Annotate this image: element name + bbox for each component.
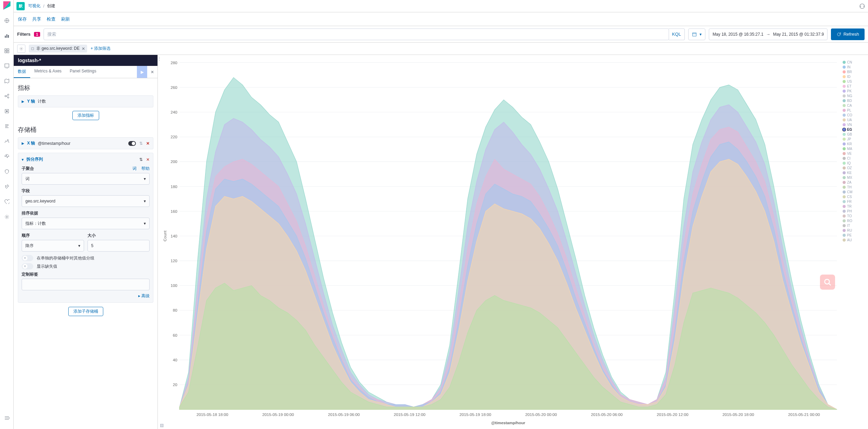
bucket-x-axis-row[interactable]: ▶ X 轴 @timestamp/hour ⇅ ✕ xyxy=(18,137,153,149)
legend-item[interactable]: UA xyxy=(843,118,861,122)
nav-uptime-icon[interactable] xyxy=(1,151,12,162)
nav-monitoring-icon[interactable] xyxy=(1,196,12,207)
nav-ml-icon[interactable] xyxy=(1,91,12,102)
legend-item[interactable]: BD xyxy=(843,99,861,103)
legend-item[interactable]: KR xyxy=(843,142,861,146)
menu-share[interactable]: 共享 xyxy=(32,16,41,22)
drag-handle-icon[interactable]: ⇅ xyxy=(139,157,143,162)
refresh-button[interactable]: Refresh xyxy=(831,28,865,40)
order-select[interactable]: 降序▾ xyxy=(22,240,84,252)
kibana-logo-icon[interactable] xyxy=(2,1,12,10)
legend-item[interactable]: JP xyxy=(843,137,861,141)
legend-item[interactable]: RU xyxy=(843,229,861,232)
space-chip[interactable]: 默 xyxy=(16,2,25,10)
legend-item[interactable]: PL xyxy=(843,108,861,112)
nav-visualize-icon[interactable] xyxy=(1,30,12,41)
legend-item[interactable]: TH xyxy=(843,185,861,189)
caret-down-icon[interactable]: ▾ xyxy=(22,157,24,162)
nav-collapse-icon[interactable] xyxy=(1,413,12,424)
legend-item[interactable]: PE xyxy=(843,233,861,237)
help-link[interactable]: 帮助 xyxy=(141,166,150,172)
legend-item[interactable]: MX xyxy=(843,176,861,179)
delete-bucket-icon[interactable]: ✕ xyxy=(146,157,150,162)
nav-logs-icon[interactable] xyxy=(1,121,12,132)
advanced-link[interactable]: ▸ 高级 xyxy=(22,293,150,299)
bucket-enabled-toggle[interactable] xyxy=(128,141,136,146)
group-other-switch[interactable] xyxy=(22,255,33,261)
time-picker[interactable]: ▾ xyxy=(688,28,705,40)
field-select[interactable]: geo.src.keyword▾ xyxy=(22,195,150,207)
add-metric-button[interactable]: 添加指标 xyxy=(72,111,99,120)
legend-item[interactable]: TR xyxy=(843,205,861,208)
legend-item[interactable]: PH xyxy=(843,209,861,213)
drag-handle-icon[interactable]: ⇅ xyxy=(139,141,143,146)
chart-bottom-toggle-icon[interactable]: ▤ xyxy=(160,423,164,428)
legend-item[interactable]: ZA xyxy=(843,181,861,184)
legend-item[interactable]: US xyxy=(843,80,861,83)
filter-settings-button[interactable] xyxy=(17,45,25,53)
legend-item[interactable]: FR xyxy=(843,200,861,204)
tab-data[interactable]: 数据 xyxy=(14,66,30,78)
legend-item[interactable]: OZ xyxy=(843,166,861,170)
legend-item[interactable]: RO xyxy=(843,219,861,223)
legend-item[interactable]: VN xyxy=(843,123,861,127)
legend-item[interactable]: BR xyxy=(843,70,861,74)
tab-panel-settings[interactable]: Panel Settings xyxy=(66,66,100,78)
filters-count-badge[interactable]: 1 xyxy=(34,32,40,37)
nav-canvas-icon[interactable] xyxy=(1,60,12,71)
legend-item[interactable]: AU xyxy=(843,238,861,242)
legend-item[interactable]: KE xyxy=(843,171,861,175)
nav-discover-icon[interactable] xyxy=(1,15,12,26)
split-series-name[interactable]: 拆分序列 xyxy=(26,156,43,162)
kql-toggle[interactable]: KQL xyxy=(669,28,685,40)
delete-bucket-icon[interactable]: ✕ xyxy=(146,141,150,146)
apply-changes-button[interactable]: ▶ xyxy=(137,66,147,78)
nav-dashboard-icon[interactable] xyxy=(1,45,12,56)
search-input[interactable]: 搜索 xyxy=(44,28,669,40)
menu-save[interactable]: 保存 xyxy=(18,16,27,22)
legend-item[interactable]: CI xyxy=(843,156,861,160)
legend-item[interactable]: CN xyxy=(843,60,861,64)
legend-item[interactable]: ET xyxy=(843,84,861,88)
time-range-display[interactable]: May 18, 2015 @ 16:35:27.1 → May 21, 2015… xyxy=(709,28,828,40)
legend-item[interactable]: EG xyxy=(843,128,861,131)
legend-item[interactable]: TO xyxy=(843,214,861,218)
custom-label-input[interactable] xyxy=(22,279,150,290)
legend-item[interactable]: CM xyxy=(843,190,861,194)
nav-maps-icon[interactable] xyxy=(1,76,12,86)
legend-item[interactable]: NG xyxy=(843,94,861,98)
discard-changes-button[interactable]: ✕ xyxy=(147,66,157,78)
legend-item[interactable]: IQ xyxy=(843,161,861,165)
tab-metrics-axes[interactable]: Metrics & Axes xyxy=(30,66,66,78)
nav-apm-icon[interactable] xyxy=(1,136,12,147)
legend-item[interactable]: IN xyxy=(843,65,861,69)
legend-item[interactable]: ID xyxy=(843,75,861,79)
nav-management-icon[interactable] xyxy=(1,211,12,222)
index-pattern-header[interactable]: logstash-* ◂ xyxy=(14,55,157,66)
legend-item[interactable]: VE xyxy=(843,152,861,155)
chart-options-dots-icon[interactable]: ⋮ xyxy=(157,56,161,61)
show-missing-switch[interactable] xyxy=(22,263,33,269)
area-chart[interactable]: 20406080100120140160180200220240260280Co… xyxy=(161,60,841,426)
legend-item[interactable]: IT xyxy=(843,224,861,228)
nav-infra-icon[interactable] xyxy=(1,106,12,117)
terms-link[interactable]: 词 xyxy=(132,166,137,172)
nav-siem-icon[interactable] xyxy=(1,166,12,177)
legend-item[interactable]: CS xyxy=(843,195,861,199)
add-sub-bucket-button[interactable]: 添加子存储桶 xyxy=(68,307,103,316)
legend-item[interactable]: PK xyxy=(843,89,861,93)
metric-y-axis-row[interactable]: ▶ Y 轴 计数 xyxy=(18,95,153,107)
filter-pill[interactable]: 非 geo.src.keyword: DE ✕ xyxy=(29,45,87,53)
size-input[interactable]: 5 xyxy=(87,240,150,252)
sub-agg-select[interactable]: 词▾ xyxy=(22,173,150,185)
help-icon[interactable] xyxy=(859,3,865,9)
add-filter-link[interactable]: + 添加筛选 xyxy=(91,46,110,51)
breadcrumb-visualize[interactable]: 可视化 xyxy=(28,3,40,9)
legend-item[interactable]: GB xyxy=(843,132,861,136)
nav-devtools-icon[interactable] xyxy=(1,181,12,192)
filter-pill-close-icon[interactable]: ✕ xyxy=(82,46,85,51)
menu-refresh[interactable]: 刷新 xyxy=(61,16,70,22)
legend-item[interactable]: CO xyxy=(843,113,861,117)
legend-item[interactable]: CA xyxy=(843,104,861,107)
legend-item[interactable]: MA xyxy=(843,147,861,151)
